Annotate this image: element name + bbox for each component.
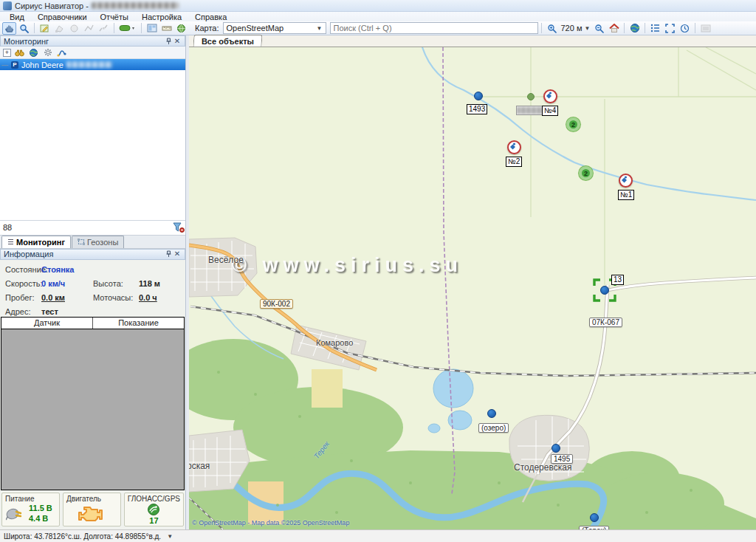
map-provider-select[interactable]: OpenStreetMap ▼ <box>223 22 326 34</box>
edit-geozone-button[interactable] <box>38 22 52 35</box>
app-icon <box>3 1 12 10</box>
engine-box: Двигатель <box>63 493 121 526</box>
monitoring-tab-icon <box>7 239 14 245</box>
search-input[interactable] <box>330 22 538 34</box>
vehicle-row[interactable]: — P John Deere <box>0 59 185 70</box>
map-canvas[interactable]: © www.sirius.su Весёлое Комарово Стодере… <box>189 47 756 529</box>
marker-label-n1[interactable]: №1 <box>618 190 634 200</box>
marker-label-13[interactable]: 13 <box>611 275 624 285</box>
sensor-column-header[interactable]: Датчик <box>1 318 93 329</box>
binoculars-button[interactable] <box>14 47 25 58</box>
settings-button[interactable] <box>42 47 53 58</box>
marker-label-1493[interactable]: 1493 <box>467 104 487 114</box>
height-label: Высота: <box>93 279 139 288</box>
marker-label-n2[interactable]: №2 <box>506 157 522 167</box>
object-dot-lake[interactable] <box>487 409 496 418</box>
add-polyline-button[interactable] <box>82 22 96 35</box>
toolbar-separator <box>114 23 114 33</box>
add-polygon-button[interactable] <box>52 22 66 35</box>
panels-icon <box>147 24 157 32</box>
cut-polyline-button[interactable] <box>97 22 111 35</box>
object-dot-stoderevskaya[interactable] <box>551 444 560 453</box>
sensor-table-body <box>1 329 185 491</box>
info-panel-title: Информация <box>4 250 53 258</box>
pan-tool-button[interactable] <box>2 22 16 35</box>
pump-marker-n1[interactable] <box>619 174 633 188</box>
object-dot-green[interactable] <box>527 93 535 100</box>
hand-icon <box>4 24 14 33</box>
object-dot-terek[interactable] <box>590 513 599 522</box>
magnifier-icon <box>19 24 29 33</box>
zoom-tool-button[interactable] <box>17 22 31 35</box>
state-label: Состояние: <box>0 265 41 274</box>
plug-icon <box>5 505 24 521</box>
add-circle-button[interactable] <box>67 22 81 35</box>
statusbar-caret-icon[interactable]: ▼ <box>167 533 173 540</box>
minimap-button[interactable] <box>698 22 712 35</box>
menu-directories[interactable]: Справочники <box>31 13 94 21</box>
filter-button[interactable] <box>172 222 185 233</box>
globe-button[interactable] <box>628 22 642 35</box>
globe-icon <box>630 23 640 33</box>
power-box: Питание 11.5 В 4.4 В <box>1 493 60 526</box>
coordinates-readout: Широта: 43.78126°с.ш. Долгота: 44.89855°… <box>4 532 161 541</box>
circle-shape-icon <box>69 24 79 33</box>
menu-reports[interactable]: Отчёты <box>94 13 135 21</box>
legend-button[interactable] <box>648 22 662 35</box>
toolbar-separator <box>624 23 625 33</box>
toolbar-separator <box>34 23 35 33</box>
zoom-in-button[interactable] <box>545 22 559 35</box>
vehicle-filter-input[interactable] <box>0 221 172 234</box>
show-on-map-button[interactable] <box>28 47 39 58</box>
pump-marker-n4[interactable] <box>543 89 557 103</box>
engine-icon <box>78 503 105 522</box>
tab-monitoring[interactable]: Мониторинг <box>1 236 71 248</box>
monitoring-toolbar: + <box>0 47 185 59</box>
expand-all-button[interactable]: + <box>3 49 11 57</box>
fit-selection-button[interactable] <box>663 22 677 35</box>
broken-line-icon <box>99 24 109 33</box>
pump-marker-n2[interactable] <box>507 140 521 154</box>
scale-caret-icon[interactable]: ▼ <box>584 25 590 32</box>
monitoring-panel-title: Мониторинг <box>4 37 49 46</box>
ruler-button[interactable] <box>159 22 173 35</box>
menu-help[interactable]: Справка <box>188 13 233 21</box>
toolbar-separator <box>541 23 542 33</box>
track-color-button[interactable] <box>117 22 138 35</box>
sirius-watermark: © www.sirius.su <box>232 254 463 277</box>
tile-view-button[interactable] <box>145 22 159 35</box>
polygon-node-icon <box>55 24 64 33</box>
satellite-icon <box>147 503 160 516</box>
home-button[interactable] <box>607 22 621 35</box>
cluster-marker-b[interactable]: 2 <box>579 166 593 180</box>
zoom-out-button[interactable] <box>592 22 606 35</box>
history-button[interactable] <box>678 22 692 35</box>
titlebar: Сириус Навигатор - <box>0 0 756 12</box>
title-censored-text <box>92 2 179 9</box>
tab-geozones[interactable]: Геозоны <box>72 236 124 248</box>
mileage-value[interactable]: 0.0 км <box>41 293 93 302</box>
track-button[interactable] <box>56 47 67 58</box>
close-icon[interactable]: ✕ <box>173 37 182 46</box>
poi-button[interactable] <box>174 22 188 35</box>
hours-value[interactable]: 0.0 ч <box>139 293 185 302</box>
info-content: Состояние: Стоянка Скорость: 0 км/ч Высо… <box>0 260 185 317</box>
marker-label-n4[interactable]: №4 <box>542 106 558 116</box>
speed-value: 0 км/ч <box>41 279 93 288</box>
vehicle-dot-1493[interactable] <box>474 92 483 100</box>
minimap-icon <box>701 24 711 32</box>
map-scale-value[interactable]: 720 м <box>561 24 583 32</box>
menu-settings[interactable]: Настройка <box>135 13 188 21</box>
cluster-marker-a[interactable]: 2 <box>566 117 580 131</box>
map-provider-value: OpenStreetMap <box>227 24 284 32</box>
menu-view[interactable]: Вид <box>3 13 31 21</box>
map-tab-all-objects[interactable]: Все объекты <box>193 35 262 47</box>
toolbar-separator <box>141 23 142 33</box>
value-column-header[interactable]: Показание <box>93 318 184 329</box>
place-label-cut-town: рская <box>189 461 210 471</box>
pin-icon[interactable] <box>164 250 173 258</box>
close-icon[interactable]: ✕ <box>173 250 182 258</box>
pin-icon[interactable] <box>164 37 173 46</box>
zoom-out-icon <box>594 24 604 33</box>
selected-vehicle-dot[interactable] <box>600 286 609 295</box>
